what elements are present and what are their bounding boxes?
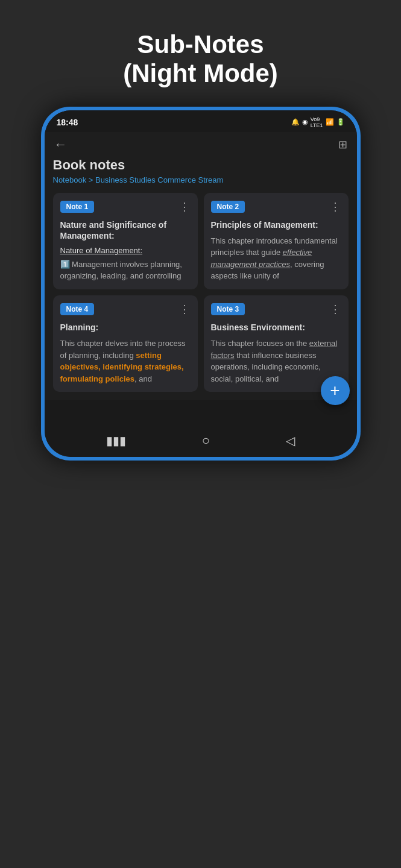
grid-view-button[interactable]: ⊞: [338, 138, 347, 151]
note-2-header: Note 2 ⋮: [211, 200, 341, 213]
note-4-badge: Note 4: [60, 303, 95, 315]
phone-frame: 18:48 🔔 ◉ Vo9LTE1 📶 🔋 ← ⊞ Book notes Not…: [41, 107, 361, 461]
fab-plus-icon: +: [330, 381, 339, 400]
note-4-body-suffix: , and: [134, 374, 152, 383]
note-1-body: 1️⃣ Management involves planning, organi…: [60, 259, 191, 282]
book-title: Book notes: [53, 157, 349, 173]
fab-add-button[interactable]: +: [321, 376, 350, 405]
status-bar: 18:48 🔔 ◉ Vo9LTE1 📶 🔋: [45, 110, 357, 132]
note-1-subheading: Nature of Management:: [60, 246, 191, 255]
nav-back-button[interactable]: ◁: [286, 433, 295, 448]
nav-recents-button[interactable]: ▮▮▮: [106, 433, 126, 448]
back-button[interactable]: ←: [54, 137, 68, 153]
status-icon-alarm: 🔔: [291, 118, 300, 126]
note-3-heading: Business Environment:: [211, 322, 341, 333]
note-card-1[interactable]: Note 1 ⋮ Nature and Significance of Mana…: [53, 193, 198, 289]
note-2-menu[interactable]: ⋮: [330, 200, 341, 213]
note-2-heading: Principles of Management:: [211, 219, 341, 230]
note-4-header: Note 4 ⋮: [60, 303, 191, 316]
note-2-body: This chapter introduces fundamental prin…: [211, 235, 341, 282]
breadcrumb[interactable]: Notebook > Business Studies Commerce Str…: [53, 175, 349, 184]
note-card-2[interactable]: Note 2 ⋮ Principles of Management: This …: [204, 193, 349, 289]
status-time: 18:48: [57, 118, 78, 127]
notes-grid: Note 1 ⋮ Nature and Significance of Mana…: [53, 193, 349, 392]
note-1-menu[interactable]: ⋮: [179, 200, 191, 213]
note-3-header: Note 3 ⋮: [211, 303, 341, 316]
note-4-heading: Planning:: [60, 322, 191, 333]
nav-home-button[interactable]: ○: [202, 433, 210, 448]
note-1-body-text: 1️⃣ Management involves planning, organi…: [60, 260, 182, 281]
note-3-body: This chapter focuses on the external fac…: [211, 338, 341, 385]
note-2-body-prefix: This chapter introduces fundamental prin…: [211, 236, 338, 257]
status-icons: 🔔 ◉ Vo9LTE1 📶 🔋: [291, 116, 345, 128]
phone-screen: 18:48 🔔 ◉ Vo9LTE1 📶 🔋 ← ⊞ Book notes Not…: [45, 110, 357, 458]
note-4-body-prefix: This chapter delves into the process of …: [60, 339, 186, 360]
note-1-badge: Note 1: [60, 201, 95, 213]
note-3-body-prefix: This chapter focuses on the: [211, 339, 309, 348]
content-area: Book notes Notebook > Business Studies C…: [45, 157, 357, 401]
note-4-body: This chapter delves into the process of …: [60, 338, 191, 385]
note-card-3[interactable]: Note 3 ⋮ Business Environment: This chap…: [204, 295, 349, 392]
note-1-heading: Nature and Significance of Management:: [60, 219, 191, 241]
note-card-4[interactable]: Note 4 ⋮ Planning: This chapter delves i…: [53, 295, 198, 392]
status-icon-network: Vo9LTE1: [311, 116, 323, 128]
note-3-menu[interactable]: ⋮: [330, 303, 341, 316]
status-icon-battery: 🔋: [336, 118, 345, 126]
page-title: Sub-Notes (Night Mode): [123, 30, 278, 89]
status-icon-signal: 📶: [326, 118, 334, 126]
note-3-badge: Note 3: [211, 303, 245, 315]
app-bar: ← ⊞: [45, 132, 357, 157]
status-icon-wifi: ◉: [302, 118, 308, 126]
navigation-bar: ▮▮▮ ○ ◁: [45, 424, 357, 457]
note-4-menu[interactable]: ⋮: [179, 303, 191, 316]
note-2-badge: Note 2: [211, 201, 245, 213]
note-1-header: Note 1 ⋮: [60, 200, 191, 213]
